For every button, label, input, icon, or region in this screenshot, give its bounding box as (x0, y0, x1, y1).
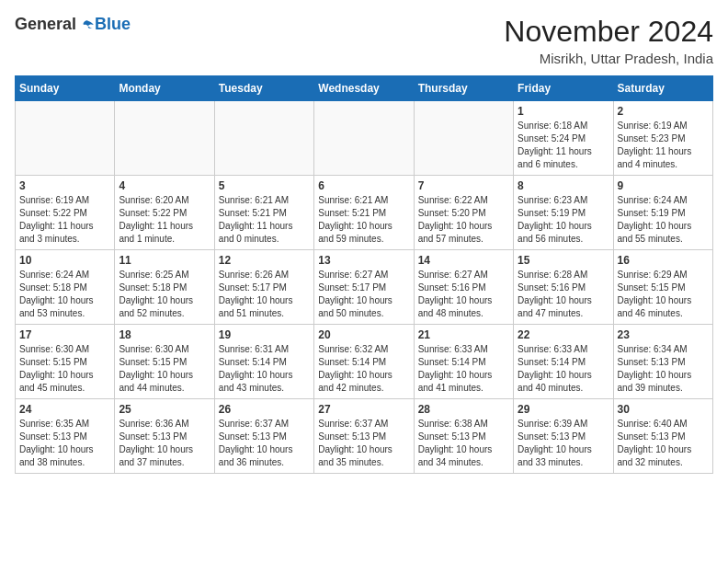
calendar-cell: 11Sunrise: 6:25 AM Sunset: 5:18 PM Dayli… (115, 250, 214, 325)
day-info: Sunrise: 6:30 AM Sunset: 5:15 PM Dayligh… (119, 343, 210, 395)
day-number: 25 (119, 403, 210, 416)
logo-general-text: General (15, 15, 76, 34)
calendar-cell: 29Sunrise: 6:39 AM Sunset: 5:13 PM Dayli… (514, 399, 613, 474)
day-info: Sunrise: 6:31 AM Sunset: 5:14 PM Dayligh… (219, 343, 310, 395)
day-number: 30 (618, 403, 709, 416)
day-info: Sunrise: 6:34 AM Sunset: 5:13 PM Dayligh… (618, 343, 709, 395)
day-info: Sunrise: 6:19 AM Sunset: 5:22 PM Dayligh… (19, 194, 110, 246)
day-number: 9 (618, 179, 709, 192)
day-number: 3 (19, 179, 110, 192)
calendar-cell (16, 101, 115, 176)
column-header-saturday: Saturday (613, 76, 712, 101)
day-info: Sunrise: 6:33 AM Sunset: 5:14 PM Dayligh… (518, 343, 609, 395)
location-subtitle: Misrikh, Uttar Pradesh, India (504, 51, 713, 66)
day-number: 26 (219, 403, 310, 416)
calendar-cell (214, 101, 313, 176)
calendar-week-row: 10Sunrise: 6:24 AM Sunset: 5:18 PM Dayli… (16, 250, 713, 325)
day-info: Sunrise: 6:25 AM Sunset: 5:18 PM Dayligh… (119, 269, 210, 320)
calendar-cell (115, 101, 214, 176)
calendar-cell: 13Sunrise: 6:27 AM Sunset: 5:17 PM Dayli… (314, 250, 414, 325)
calendar-cell: 4Sunrise: 6:20 AM Sunset: 5:22 PM Daylig… (115, 176, 214, 250)
day-info: Sunrise: 6:32 AM Sunset: 5:14 PM Dayligh… (318, 343, 409, 395)
calendar-cell: 8Sunrise: 6:23 AM Sunset: 5:19 PM Daylig… (514, 176, 613, 250)
calendar-cell: 12Sunrise: 6:26 AM Sunset: 5:17 PM Dayli… (214, 250, 313, 325)
day-number: 20 (318, 328, 409, 341)
calendar-cell: 27Sunrise: 6:37 AM Sunset: 5:13 PM Dayli… (314, 399, 414, 474)
day-number: 23 (618, 328, 709, 341)
day-number: 5 (219, 179, 310, 192)
day-number: 2 (618, 105, 709, 118)
calendar-cell (314, 101, 414, 176)
day-info: Sunrise: 6:29 AM Sunset: 5:15 PM Dayligh… (618, 269, 709, 320)
day-info: Sunrise: 6:30 AM Sunset: 5:15 PM Dayligh… (19, 343, 110, 395)
calendar-cell (414, 101, 513, 176)
day-number: 19 (219, 328, 310, 341)
day-number: 28 (418, 403, 509, 416)
day-info: Sunrise: 6:21 AM Sunset: 5:21 PM Dayligh… (318, 194, 409, 246)
day-number: 29 (518, 403, 609, 416)
logo: General Blue (15, 15, 131, 34)
day-info: Sunrise: 6:36 AM Sunset: 5:13 PM Dayligh… (119, 418, 210, 469)
day-number: 14 (418, 254, 509, 267)
calendar-cell: 1Sunrise: 6:18 AM Sunset: 5:24 PM Daylig… (514, 101, 613, 176)
calendar-cell: 22Sunrise: 6:33 AM Sunset: 5:14 PM Dayli… (514, 325, 613, 399)
calendar-cell: 14Sunrise: 6:27 AM Sunset: 5:16 PM Dayli… (414, 250, 513, 325)
calendar-cell: 30Sunrise: 6:40 AM Sunset: 5:13 PM Dayli… (613, 399, 712, 474)
calendar-cell: 19Sunrise: 6:31 AM Sunset: 5:14 PM Dayli… (214, 325, 313, 399)
column-header-friday: Friday (514, 76, 613, 101)
day-info: Sunrise: 6:37 AM Sunset: 5:13 PM Dayligh… (219, 418, 310, 469)
day-info: Sunrise: 6:39 AM Sunset: 5:13 PM Dayligh… (518, 418, 609, 469)
calendar-cell: 6Sunrise: 6:21 AM Sunset: 5:21 PM Daylig… (314, 176, 414, 250)
day-number: 17 (19, 328, 110, 341)
calendar-cell: 18Sunrise: 6:30 AM Sunset: 5:15 PM Dayli… (115, 325, 214, 399)
day-info: Sunrise: 6:37 AM Sunset: 5:13 PM Dayligh… (318, 418, 409, 469)
calendar-week-row: 1Sunrise: 6:18 AM Sunset: 5:24 PM Daylig… (16, 101, 713, 176)
day-info: Sunrise: 6:38 AM Sunset: 5:13 PM Dayligh… (418, 418, 509, 469)
title-block: November 2024 Misrikh, Uttar Pradesh, In… (504, 15, 713, 66)
day-number: 24 (19, 403, 110, 416)
logo-bird-icon (78, 17, 95, 33)
calendar-cell: 3Sunrise: 6:19 AM Sunset: 5:22 PM Daylig… (16, 176, 115, 250)
day-number: 21 (418, 328, 509, 341)
day-number: 6 (318, 179, 409, 192)
calendar-cell: 28Sunrise: 6:38 AM Sunset: 5:13 PM Dayli… (414, 399, 513, 474)
day-info: Sunrise: 6:22 AM Sunset: 5:20 PM Dayligh… (418, 194, 509, 246)
calendar-week-row: 3Sunrise: 6:19 AM Sunset: 5:22 PM Daylig… (16, 176, 713, 250)
calendar-cell: 17Sunrise: 6:30 AM Sunset: 5:15 PM Dayli… (16, 325, 115, 399)
calendar-cell: 2Sunrise: 6:19 AM Sunset: 5:23 PM Daylig… (613, 101, 712, 176)
calendar-cell: 25Sunrise: 6:36 AM Sunset: 5:13 PM Dayli… (115, 399, 214, 474)
column-header-sunday: Sunday (16, 76, 115, 101)
day-number: 8 (518, 179, 609, 192)
day-number: 12 (219, 254, 310, 267)
day-info: Sunrise: 6:27 AM Sunset: 5:16 PM Dayligh… (418, 269, 509, 320)
calendar-cell: 5Sunrise: 6:21 AM Sunset: 5:21 PM Daylig… (214, 176, 313, 250)
day-info: Sunrise: 6:40 AM Sunset: 5:13 PM Dayligh… (618, 418, 709, 469)
day-info: Sunrise: 6:24 AM Sunset: 5:19 PM Dayligh… (618, 194, 709, 246)
day-number: 18 (119, 328, 210, 341)
day-info: Sunrise: 6:23 AM Sunset: 5:19 PM Dayligh… (518, 194, 609, 246)
day-info: Sunrise: 6:24 AM Sunset: 5:18 PM Dayligh… (19, 269, 110, 320)
column-header-monday: Monday (115, 76, 214, 101)
calendar-cell: 7Sunrise: 6:22 AM Sunset: 5:20 PM Daylig… (414, 176, 513, 250)
column-header-tuesday: Tuesday (214, 76, 313, 101)
calendar-cell: 21Sunrise: 6:33 AM Sunset: 5:14 PM Dayli… (414, 325, 513, 399)
month-year-title: November 2024 (504, 15, 713, 49)
day-number: 13 (318, 254, 409, 267)
calendar-cell: 10Sunrise: 6:24 AM Sunset: 5:18 PM Dayli… (16, 250, 115, 325)
day-number: 11 (119, 254, 210, 267)
calendar-cell: 16Sunrise: 6:29 AM Sunset: 5:15 PM Dayli… (613, 250, 712, 325)
calendar-header-row: SundayMondayTuesdayWednesdayThursdayFrid… (16, 76, 713, 101)
column-header-thursday: Thursday (414, 76, 513, 101)
day-info: Sunrise: 6:18 AM Sunset: 5:24 PM Dayligh… (518, 120, 609, 171)
day-number: 7 (418, 179, 509, 192)
calendar-week-row: 24Sunrise: 6:35 AM Sunset: 5:13 PM Dayli… (16, 399, 713, 474)
day-number: 16 (618, 254, 709, 267)
calendar-cell: 20Sunrise: 6:32 AM Sunset: 5:14 PM Dayli… (314, 325, 414, 399)
day-number: 4 (119, 179, 210, 192)
calendar-cell: 24Sunrise: 6:35 AM Sunset: 5:13 PM Dayli… (16, 399, 115, 474)
page-header: General Blue November 2024 Misrikh, Utta… (15, 15, 713, 66)
day-info: Sunrise: 6:19 AM Sunset: 5:23 PM Dayligh… (618, 120, 709, 171)
calendar-table: SundayMondayTuesdayWednesdayThursdayFrid… (15, 75, 713, 474)
day-info: Sunrise: 6:21 AM Sunset: 5:21 PM Dayligh… (219, 194, 310, 246)
day-number: 10 (19, 254, 110, 267)
